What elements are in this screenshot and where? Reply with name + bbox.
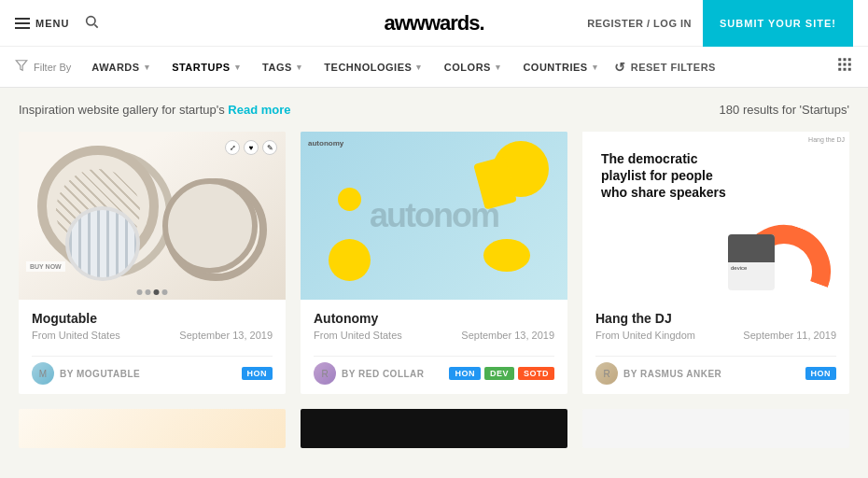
main-content: Inspiration website gallery for startup'… <box>0 88 868 463</box>
read-more-link[interactable]: Read more <box>228 103 290 117</box>
logo-text: awwwards. <box>384 11 483 35</box>
card-title-autonomy: Autonomy <box>314 311 554 326</box>
results-description: Inspiration website gallery for startup'… <box>19 103 291 117</box>
badge-sotd: SOTD <box>518 367 554 380</box>
header: MENU awwwards. REGISTER / LOG IN SUBMIT … <box>0 0 868 47</box>
filter-by-label: Filter By <box>15 59 71 75</box>
svg-rect-3 <box>838 58 841 61</box>
svg-rect-5 <box>848 58 851 61</box>
badges-autonomy: HON DEV SOTD <box>449 367 554 380</box>
card-autonomy[interactable]: autonom autonomy Autonomy From United St… <box>301 132 567 394</box>
cards-grid-bottom <box>19 409 849 448</box>
hamburger-icon <box>15 18 30 29</box>
svg-rect-4 <box>844 58 847 61</box>
card-partial-1[interactable] <box>19 409 286 448</box>
svg-point-0 <box>87 16 95 24</box>
card-meta-mogutable: From United States September 13, 2019 <box>32 330 273 341</box>
filter-bar: Filter By AWARDS ▾ STARTUPS ▾ TAGS ▾ TEC… <box>0 47 868 88</box>
card-info-hangthedj: Hang the DJ From United Kingdom Septembe… <box>582 300 849 356</box>
svg-rect-6 <box>838 63 841 66</box>
chevron-down-icon: ▾ <box>297 63 302 72</box>
filter-by-text: Filter By <box>34 62 71 73</box>
card-author-hangthedj: R BY RASMUS ANKER <box>595 362 721 385</box>
card-image-hangthedj: The democratic playlist for people who s… <box>582 132 849 300</box>
badge-dev: DEV <box>484 367 514 380</box>
site-logo[interactable]: awwwards. <box>384 11 483 35</box>
submit-site-button[interactable]: SUBMIT YOUR SITE! <box>703 0 853 47</box>
register-login-link[interactable]: REGISTER / LOG IN <box>587 18 692 29</box>
filter-awards[interactable]: AWARDS ▾ <box>82 58 159 77</box>
filter-countries[interactable]: COUNTRIES ▾ <box>513 58 607 77</box>
card-info-mogutable: Mogutable From United States September 1… <box>19 300 286 356</box>
badges-mogutable: HON <box>242 367 273 380</box>
card-thumbnail-1: ⤢ ♥ ✎ BUY NOW <box>19 132 286 300</box>
filter-colors[interactable]: COLORS ▾ <box>435 58 511 77</box>
search-button[interactable] <box>84 14 99 33</box>
card-meta-autonomy: From United States September 13, 2019 <box>314 330 554 341</box>
results-count-text: 180 results for 'Startups' <box>720 103 849 117</box>
card-footer-hangthedj: R BY RASMUS ANKER HON <box>582 357 849 394</box>
author-name-mogutable: BY MOGUTABLE <box>60 369 140 379</box>
grid-view-button[interactable] <box>836 56 853 77</box>
badge-hon: HON <box>805 367 837 380</box>
avatar-mogutable: M <box>32 362 54 385</box>
filter-tags[interactable]: TAGS ▾ <box>253 58 311 77</box>
card-meta-hangthedj: From United Kingdom September 11, 2019 <box>595 330 836 341</box>
card-image-mogutable: ⤢ ♥ ✎ BUY NOW <box>19 132 286 300</box>
svg-rect-10 <box>844 68 847 71</box>
author-name-hangthedj: BY RASMUS ANKER <box>623 369 721 379</box>
card-info-autonomy: Autonomy From United States September 13… <box>301 300 567 356</box>
card-image-autonomy: autonom autonomy <box>301 132 567 300</box>
card-footer-autonomy: R BY RED COLLAR HON DEV SOTD <box>301 357 567 394</box>
filter-startups[interactable]: STARTUPS ▾ <box>162 58 249 77</box>
reset-filters-button[interactable]: ↺ RESET FILTERS <box>614 60 716 75</box>
badges-hangthedj: HON <box>805 367 837 380</box>
author-name-autonomy: BY RED COLLAR <box>342 369 425 379</box>
filter-icon <box>15 59 28 75</box>
svg-line-1 <box>95 24 98 27</box>
badge-hon: HON <box>449 367 481 380</box>
chevron-down-icon: ▾ <box>496 63 501 72</box>
menu-label: MENU <box>35 18 69 29</box>
header-left: MENU <box>15 14 99 33</box>
chevron-down-icon: ▾ <box>145 63 150 72</box>
svg-rect-7 <box>844 63 847 66</box>
header-right: REGISTER / LOG IN SUBMIT YOUR SITE! <box>587 0 853 47</box>
svg-rect-11 <box>848 68 851 71</box>
card-mogutable[interactable]: ⤢ ♥ ✎ BUY NOW Mogutable From Un <box>19 132 286 394</box>
card-footer-mogutable: M BY MOGUTABLE HON <box>19 357 286 394</box>
card-title-mogutable: Mogutable <box>32 311 273 326</box>
decoration-blob-2 <box>329 239 371 281</box>
cards-grid: ⤢ ♥ ✎ BUY NOW Mogutable From Un <box>19 132 849 394</box>
card-thumbnail-2: autonom autonomy <box>301 132 567 300</box>
filter-technologies[interactable]: TECHNOLOGIES ▾ <box>315 58 431 77</box>
autonomy-text-overlay: autonom <box>370 196 498 235</box>
svg-rect-8 <box>848 63 851 66</box>
chevron-down-icon: ▾ <box>235 63 241 72</box>
card-partial-3[interactable] <box>582 409 849 448</box>
svg-rect-9 <box>838 68 841 71</box>
card-partial-2[interactable] <box>301 409 567 448</box>
card-title-hangthedj: Hang the DJ <box>595 311 836 326</box>
card-hangthedj[interactable]: The democratic playlist for people who s… <box>582 132 849 394</box>
card-author-autonomy: R BY RED COLLAR <box>314 362 425 385</box>
avatar-autonomy: R <box>314 362 336 385</box>
avatar-hangthedj: R <box>595 362 618 385</box>
card-author-mogutable: M BY MOGUTABLE <box>32 362 140 385</box>
svg-marker-2 <box>16 61 27 71</box>
card-thumbnail-3: The democratic playlist for people who s… <box>582 132 849 300</box>
chevron-down-icon: ▾ <box>416 63 422 72</box>
chevron-down-icon: ▾ <box>593 63 598 72</box>
results-header: Inspiration website gallery for startup'… <box>19 103 849 117</box>
badge-hon: HON <box>242 367 273 380</box>
menu-button[interactable]: MENU <box>15 18 69 29</box>
dj-headline: The democratic playlist for people who s… <box>601 150 727 202</box>
reset-icon: ↺ <box>614 60 626 75</box>
